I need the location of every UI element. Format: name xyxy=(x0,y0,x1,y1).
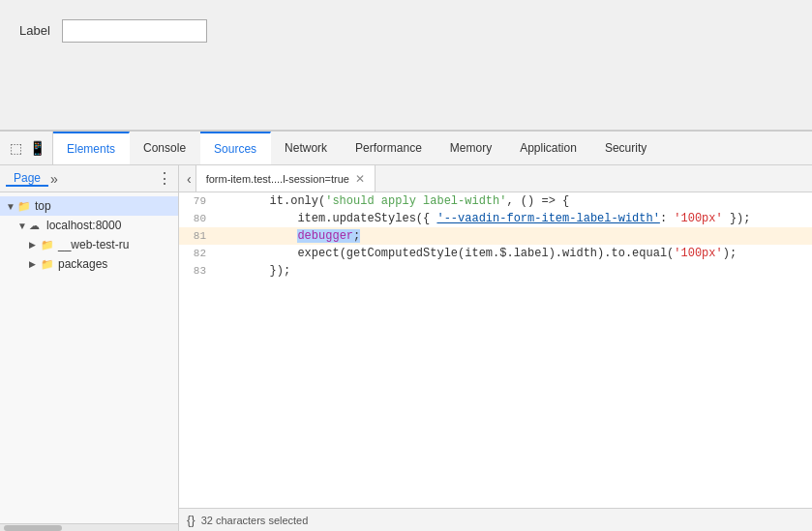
folder-icon-packages: 📁 xyxy=(41,258,54,271)
inspect-icon[interactable]: ⬚ xyxy=(8,140,23,156)
left-panel: Page » ⋮ ▼ 📁 top ▼ ☁ localhost:8000 xyxy=(0,165,179,531)
line-content-80: item.updateStyles({ '--vaadin-form-item-… xyxy=(214,210,812,227)
code-line-80: 80 item.updateStyles({ '--vaadin-form-it… xyxy=(179,210,812,227)
tab-network[interactable]: Network xyxy=(271,132,342,164)
tree-item-web-test[interactable]: ▶ 📁 __web-test-ru xyxy=(0,235,178,254)
panel-tab-more[interactable]: » xyxy=(50,171,58,187)
code-line-79: 79 it.only('should apply label-width', (… xyxy=(179,192,812,210)
preview-input-box xyxy=(62,19,207,43)
tree-item-localhost[interactable]: ▼ ☁ localhost:8000 xyxy=(0,216,178,235)
file-tree: ▼ 📁 top ▼ ☁ localhost:8000 ▶ 📁 xyxy=(0,192,178,523)
tree-label-localhost: localhost:8000 xyxy=(46,219,121,232)
selection-status: 32 characters selected xyxy=(201,515,309,526)
tree-item-packages[interactable]: ▶ 📁 packages xyxy=(0,254,178,274)
tab-memory[interactable]: Memory xyxy=(436,132,506,164)
tab-sources[interactable]: Sources xyxy=(200,132,271,164)
tree-arrow-localhost: ▼ xyxy=(17,221,29,231)
devtools-tab-bar: ⬚ 📱 Elements Console Sources Network Per… xyxy=(0,132,812,165)
line-content-83: }); xyxy=(214,262,812,280)
tab-security[interactable]: Security xyxy=(591,132,661,164)
file-tab-label: form-item.test....l-session=true xyxy=(206,173,349,185)
code-line-81: 81 debugger; xyxy=(179,227,812,245)
file-tab-bar: ‹ form-item.test....l-session=true ✕ xyxy=(179,165,812,192)
tree-arrow-web-test: ▶ xyxy=(29,240,41,250)
panel-tab-bar: Page » ⋮ xyxy=(0,165,178,192)
devtools-icon-group: ⬚ 📱 xyxy=(0,132,53,164)
scroll-thumb xyxy=(4,525,62,531)
panel-tab-page[interactable]: Page xyxy=(6,171,48,187)
status-bar: {} 32 characters selected xyxy=(179,508,812,531)
panel-tab-menu[interactable]: ⋮ xyxy=(157,169,172,188)
tab-application[interactable]: Application xyxy=(506,132,591,164)
devtools-body: Page » ⋮ ▼ 📁 top ▼ ☁ localhost:8000 xyxy=(0,165,812,531)
folder-icon-web-test: 📁 xyxy=(41,239,54,251)
tab-console[interactable]: Console xyxy=(130,132,200,164)
tree-item-top[interactable]: ▼ 📁 top xyxy=(0,196,178,216)
preview-area: Label xyxy=(0,0,812,131)
cloud-icon: ☁ xyxy=(29,220,43,232)
tab-back-icon[interactable]: ‹ xyxy=(183,171,195,187)
line-num-81: 81 xyxy=(179,227,214,245)
line-num-82: 82 xyxy=(179,245,214,262)
format-icon[interactable]: {} xyxy=(187,513,195,527)
device-icon[interactable]: 📱 xyxy=(29,140,45,156)
line-content-79: it.only('should apply label-width', () =… xyxy=(214,192,812,210)
line-num-83: 83 xyxy=(179,262,214,280)
tab-elements[interactable]: Elements xyxy=(53,132,130,164)
line-content-81: debugger; xyxy=(214,227,812,245)
code-line-82: 82 expect(getComputedStyle(item.$.label)… xyxy=(179,245,812,262)
tree-label-web-test: __web-test-ru xyxy=(58,238,129,251)
line-num-79: 79 xyxy=(179,192,214,210)
code-editor[interactable]: 79 it.only('should apply label-width', (… xyxy=(179,192,812,508)
tree-label-packages: packages xyxy=(58,257,107,271)
preview-label: Label xyxy=(19,23,50,38)
tree-label-top: top xyxy=(35,199,51,213)
line-num-80: 80 xyxy=(179,210,214,227)
tree-arrow-top: ▼ xyxy=(6,201,17,212)
file-tab-close-icon[interactable]: ✕ xyxy=(355,172,365,186)
line-content-82: expect(getComputedStyle(item.$.label).wi… xyxy=(214,245,812,262)
folder-icon-top: 📁 xyxy=(17,200,31,213)
devtools-container: ⬚ 📱 Elements Console Sources Network Per… xyxy=(0,131,812,531)
tab-performance[interactable]: Performance xyxy=(342,132,436,164)
file-tab-active[interactable]: form-item.test....l-session=true ✕ xyxy=(195,165,376,192)
right-panel: ‹ form-item.test....l-session=true ✕ 79 … xyxy=(179,165,812,531)
code-line-83: 83 }); xyxy=(179,262,812,280)
tree-arrow-packages: ▶ xyxy=(29,259,41,269)
horizontal-scrollbar[interactable] xyxy=(0,523,178,531)
